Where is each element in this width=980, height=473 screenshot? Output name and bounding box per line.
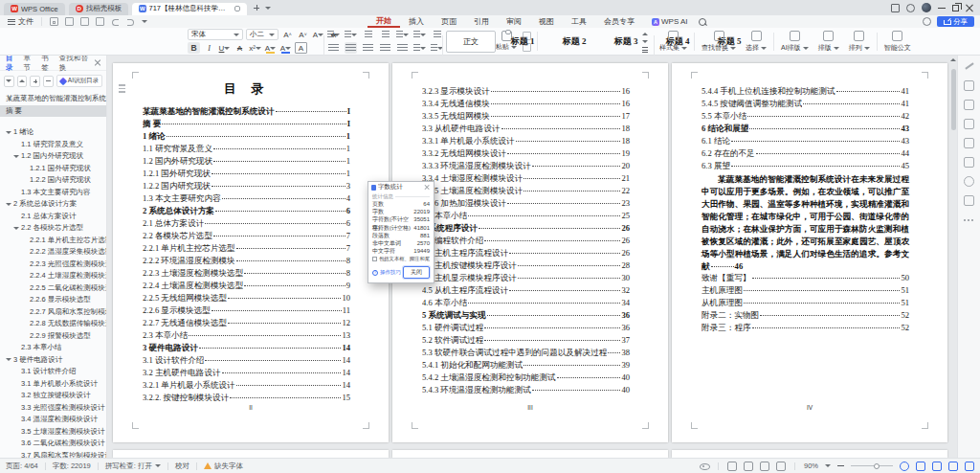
- minimize-button[interactable]: [938, 8, 946, 9]
- print-preview-icon[interactable]: [96, 17, 104, 26]
- eye-protection-icon[interactable]: [700, 462, 709, 471]
- text-direction-button[interactable]: [396, 29, 409, 40]
- outline-item[interactable]: 1.2.1 国外研究现状: [0, 163, 106, 175]
- caret-down-icon[interactable]: [6, 203, 11, 206]
- outline-item[interactable]: 1.3 本文主要研究内容: [0, 187, 106, 199]
- toc-entry[interactable]: 5 系统调试与实现36: [422, 310, 630, 323]
- scroll-up-icon[interactable]: [950, 58, 956, 61]
- translate-icon[interactable]: [932, 462, 942, 471]
- collapse-all-button[interactable]: [17, 76, 28, 87]
- grow-font-button[interactable]: A˄: [281, 29, 294, 40]
- toc-entry[interactable]: 3 硬件电路设计14: [143, 343, 350, 355]
- toc-entry[interactable]: 4.2 主机主程序流程设计26: [422, 248, 630, 260]
- toc-entry[interactable]: 5.4.2 土壤温湿度检测和控制功能测试40: [422, 372, 630, 385]
- distribute-button[interactable]: [396, 42, 409, 54]
- word-count-indicator[interactable]: 字数: 22019: [53, 462, 91, 471]
- toc-entry[interactable]: 5.4.3 环境温湿度检测功能测试40: [422, 385, 630, 397]
- toc-entry[interactable]: 6.1 结论43: [702, 136, 909, 148]
- toc-entry[interactable]: 1.2.2 国内研究现状3: [143, 181, 350, 193]
- outline-item[interactable]: 2.2.3 光照强度检测模块选型: [0, 259, 106, 271]
- document-page-1[interactable]: 目 录某蔬菜基地的智能灌溉控制系统设计I摘 要I1 绪论11.1 研究背景及意义…: [113, 63, 389, 442]
- toc-entry[interactable]: 主机原理图51: [702, 285, 909, 298]
- outline-item[interactable]: 3.1 设计软件介绍: [0, 366, 106, 378]
- toc-entry[interactable]: 摘 要I: [143, 119, 350, 131]
- toc-entry[interactable]: 2.2 各模块芯片选型7: [143, 231, 350, 243]
- scroll-mode-icon[interactable]: [948, 462, 958, 471]
- toc-entry[interactable]: 5.4.4 手机上位机连接和控制功能测试41: [702, 86, 909, 99]
- toc-entry[interactable]: 3.3.6 加热加湿模块设计23: [422, 198, 630, 211]
- tool-button-3[interactable]: 选择: [741, 29, 771, 55]
- toc-entry[interactable]: 5.3 软硬件联合调试过程中遇到的问题以及解决过程38: [422, 348, 630, 360]
- outline-item[interactable]: 2 系统总体设计方案: [0, 198, 106, 211]
- help-tool-icon[interactable]: [964, 176, 974, 187]
- undo-icon[interactable]: [111, 17, 120, 26]
- toc-entry[interactable]: 2.2.4 土壤温度检测模块选型9: [143, 281, 350, 293]
- redo-icon[interactable]: [126, 17, 135, 26]
- character-border-button[interactable]: A: [295, 42, 307, 54]
- toc-entry[interactable]: 5.1 硬件调试过程36: [422, 323, 630, 335]
- ribbon-tab-6[interactable]: 视图: [530, 15, 563, 28]
- ribbon-tab-4[interactable]: 引用: [465, 15, 498, 28]
- dialog-titlebar[interactable]: 字数统计: [368, 182, 434, 192]
- italic-button[interactable]: I: [203, 42, 215, 54]
- outline-item[interactable]: 3.7 风扇和水泵控制模块设计: [0, 450, 106, 459]
- toc-entry[interactable]: 3.2.3 显示模块设计16: [422, 86, 630, 99]
- tool-button-7[interactable]: 智能公文: [880, 29, 916, 55]
- skin-settings-icon[interactable]: [906, 4, 915, 12]
- align-center-button[interactable]: [345, 42, 357, 54]
- toc-entry[interactable]: 3.2 主机硬件电路设计14: [143, 368, 350, 380]
- toc-entry[interactable]: 5.4.1 初始化和配网功能测试39: [422, 360, 630, 372]
- document-canvas[interactable]: 目 录某蔬菜基地的智能灌溉控制系统设计I摘 要I1 绪论11.1 研究背景及意义…: [107, 56, 949, 458]
- toc-entry[interactable]: 2.2.6 显示模块选型11: [143, 305, 350, 318]
- toc-entry[interactable]: 4.1 编程软件介绍26: [422, 236, 630, 248]
- outline-item[interactable]: 2.2.9 报警模块选型: [0, 330, 106, 343]
- outline-item[interactable]: 3.6 二氧化碳检测模块设计: [0, 438, 106, 450]
- toc-entry[interactable]: 2.2.3 土壤湿度检测模块选型8: [143, 268, 350, 281]
- expand-all-button[interactable]: [4, 76, 14, 87]
- toc-entry[interactable]: 4.5 从机主程序流程设计32: [422, 285, 630, 298]
- strikethrough-button[interactable]: A: [234, 42, 246, 54]
- toc-entry[interactable]: 5.5 本章小结42: [702, 111, 909, 124]
- outline-item[interactable]: 1.1 研究背景及意义: [0, 139, 106, 151]
- outline-item[interactable]: 摘 要: [0, 105, 106, 118]
- dialog-checkbox-row[interactable]: 包括文本框、脚注和尾注(F): [372, 256, 430, 262]
- zoom-slider[interactable]: [851, 465, 893, 466]
- tool-button-4[interactable]: AI排版: [776, 29, 813, 55]
- toc-entry[interactable]: 某蔬菜基地的智能灌溉控制系统设计I: [143, 106, 350, 119]
- adjust-settings-icon[interactable]: [964, 100, 974, 110]
- sidebar-tab-contents[interactable]: 目录: [6, 56, 18, 73]
- toc-entry[interactable]: 3.2.1 单片机最小系统设计14: [143, 380, 350, 393]
- calendar-tool-icon[interactable]: [964, 138, 974, 148]
- ribbon-tab-5[interactable]: 审阅: [498, 15, 530, 28]
- underline-button[interactable]: U: [218, 42, 231, 54]
- outline-item[interactable]: 1.2.2 国内研究现状: [0, 174, 106, 187]
- gallery-more-icon[interactable]: [641, 46, 649, 53]
- toc-entry[interactable]: 2.2.1 单片机主控芯片选型7: [143, 243, 350, 256]
- missing-font-button[interactable]: 缺失字体: [214, 462, 243, 471]
- caret-down-icon[interactable]: [6, 131, 11, 134]
- export-pdf-icon[interactable]: [65, 17, 74, 26]
- toc-entry[interactable]: 2.2.2 环境温湿度检测模块8: [143, 256, 350, 268]
- read-mode-icon[interactable]: [760, 462, 769, 471]
- user-avatar[interactable]: [922, 3, 931, 12]
- annotate-pen-icon[interactable]: [964, 61, 974, 72]
- print-icon[interactable]: [80, 17, 89, 26]
- superscript-button[interactable]: x²: [249, 42, 261, 54]
- toc-entry[interactable]: 3.3.3 环境温湿度检测模块设计20: [422, 161, 630, 173]
- document-page-3[interactable]: 5.4.4 手机上位机连接和控制功能测试415.4.5 按键阈值调整功能测试41…: [672, 63, 947, 442]
- toc-entry[interactable]: 4.3 主机按键模块程序设计28: [422, 260, 630, 273]
- toc-entry[interactable]: 致谢【重写】50: [702, 273, 909, 285]
- caret-down-icon[interactable]: [13, 155, 19, 158]
- outline-item[interactable]: 3.2 独立按键模块设计: [0, 390, 106, 402]
- toc-entry[interactable]: 5.4.5 按键阈值调整功能测试41: [702, 99, 909, 111]
- quick-access-chevron-icon[interactable]: [142, 20, 147, 23]
- toc-entry[interactable]: 2.3 本章小结13: [143, 330, 350, 343]
- decrease-indent-button[interactable]: [362, 29, 374, 40]
- outline-item[interactable]: 某蔬菜基地的智能灌溉控制系统设计: [0, 93, 106, 105]
- outline-item[interactable]: 2.2.7 风扇和水泵控制模块选型: [0, 306, 106, 319]
- toc-entry[interactable]: 3.3.4 土壤湿度检测模块设计21: [422, 173, 630, 186]
- toc-entry[interactable]: 2.2.5 无线组网模块选型10: [143, 293, 350, 305]
- zoom-in-outline-button[interactable]: [30, 76, 40, 87]
- toc-paragraph[interactable]: 某蔬菜基地的智能灌溉控制系统设计在未来发展过程中可以应用于更多场景。例如，在农业…: [702, 173, 909, 273]
- tool-button-1[interactable]: 样式集: [655, 29, 692, 55]
